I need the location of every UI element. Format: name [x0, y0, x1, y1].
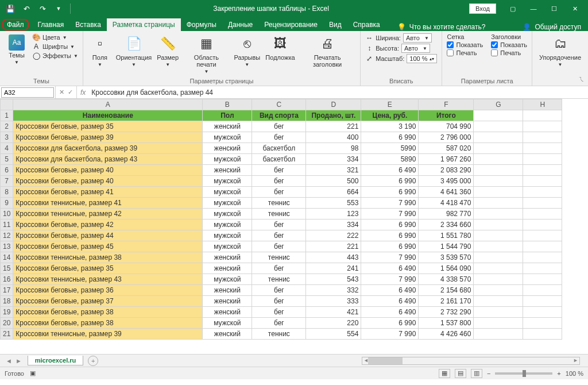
cell[interactable]: 7 990 — [361, 198, 419, 209]
cell[interactable] — [523, 252, 562, 263]
cell[interactable] — [474, 132, 523, 143]
cell[interactable]: 222 — [306, 230, 361, 241]
normal-view-icon[interactable]: ▦ — [439, 369, 450, 378]
row-header[interactable]: 13 — [1, 241, 13, 252]
sheet-tab[interactable]: microexcel.ru — [28, 356, 84, 365]
cell[interactable]: мужской — [203, 241, 252, 252]
cell[interactable]: 500 — [306, 176, 361, 187]
cell[interactable]: женский — [203, 329, 252, 340]
add-sheet-button[interactable]: + — [88, 356, 98, 366]
tab-file[interactable]: Файл — [2, 19, 29, 30]
cell[interactable]: бег — [252, 230, 306, 241]
cell[interactable]: мужской — [203, 198, 252, 209]
row-header[interactable]: 4 — [1, 143, 13, 154]
cell[interactable]: 321 — [306, 165, 361, 176]
cell[interactable] — [474, 296, 523, 307]
tab-home[interactable]: Главная — [32, 18, 70, 31]
cell[interactable]: 5990 — [361, 143, 419, 154]
cell[interactable] — [474, 307, 523, 318]
col-header[interactable]: E — [361, 99, 419, 110]
table-header-cell[interactable]: Итого — [419, 110, 474, 121]
cell[interactable]: Кроссовки беговые, размер 38 — [13, 318, 203, 329]
cell[interactable]: бег — [252, 165, 306, 176]
select-all-corner[interactable] — [1, 99, 13, 110]
cell[interactable]: мужской — [203, 318, 252, 329]
cell[interactable] — [523, 110, 562, 121]
scale-spinner[interactable]: 100 %▴▾ — [407, 54, 437, 63]
row-header[interactable]: 9 — [1, 198, 13, 209]
cell[interactable]: 1 967 260 — [419, 154, 474, 165]
cell[interactable]: 553 — [306, 198, 361, 209]
zoom-level[interactable]: 100 % — [566, 370, 583, 377]
headings-view-check[interactable]: Показать — [491, 41, 527, 48]
cell[interactable] — [523, 143, 562, 154]
cell[interactable]: 123 — [306, 209, 361, 220]
cell[interactable]: 334 — [306, 220, 361, 230]
cell[interactable] — [474, 329, 523, 340]
share-button[interactable]: 👤Общий доступ — [523, 23, 586, 31]
cell[interactable]: 3 190 — [361, 121, 419, 132]
cell[interactable]: мужской — [203, 209, 252, 220]
cell[interactable] — [523, 329, 562, 340]
col-header[interactable]: B — [203, 99, 252, 110]
cell[interactable]: 704 990 — [419, 121, 474, 132]
height-select[interactable]: Авто▼ — [401, 44, 430, 53]
cell[interactable] — [523, 307, 562, 318]
row-header[interactable]: 2 — [1, 121, 13, 132]
cell[interactable]: мужской — [203, 176, 252, 187]
row-header[interactable]: 12 — [1, 230, 13, 241]
cell[interactable]: теннис — [252, 274, 306, 285]
row-header[interactable]: 15 — [1, 263, 13, 274]
cell[interactable]: 6 490 — [361, 296, 419, 307]
col-header[interactable]: F — [419, 99, 474, 110]
cell[interactable]: женский — [203, 143, 252, 154]
tab-insert[interactable]: Вставка — [69, 18, 107, 31]
row-header[interactable]: 11 — [1, 220, 13, 230]
cell[interactable]: 587 020 — [419, 143, 474, 154]
cell[interactable] — [474, 143, 523, 154]
cell[interactable]: бег — [252, 307, 306, 318]
table-header-cell[interactable]: Вид спорта — [252, 110, 306, 121]
tab-page-layout[interactable]: Разметка страницы — [107, 18, 181, 31]
cell[interactable]: женский — [203, 285, 252, 296]
row-header[interactable]: 10 — [1, 209, 13, 220]
name-box[interactable] — [1, 87, 54, 98]
cell[interactable]: 6 990 — [361, 176, 419, 187]
row-header[interactable]: 20 — [1, 318, 13, 329]
cell[interactable]: Кроссовки беговые, размер 40 — [13, 176, 203, 187]
macro-record-icon[interactable]: ▣ — [30, 369, 36, 377]
cell[interactable]: мужской — [203, 154, 252, 165]
cell[interactable]: Кроссовки теннисные, размер 41 — [13, 198, 203, 209]
cell[interactable]: Кроссовки беговые, размер 42 — [13, 220, 203, 230]
cell[interactable] — [523, 209, 562, 220]
cell[interactable]: 333 — [306, 296, 361, 307]
cell[interactable] — [523, 263, 562, 274]
cell[interactable]: Кроссовки для баскетбола, размер 39 — [13, 143, 203, 154]
cell[interactable]: 6 990 — [361, 220, 419, 230]
arrange-button[interactable]: 🗂Упорядочение▼ — [537, 33, 583, 76]
cell[interactable]: бег — [252, 176, 306, 187]
row-header[interactable]: 16 — [1, 274, 13, 285]
cell[interactable]: Кроссовки беговые, размер 35 — [13, 121, 203, 132]
cell[interactable]: 2 334 660 — [419, 220, 474, 230]
cell[interactable]: 400 — [306, 132, 361, 143]
cell[interactable] — [474, 241, 523, 252]
cancel-formula-icon[interactable]: ✕ — [59, 88, 64, 96]
cell[interactable] — [474, 198, 523, 209]
col-header[interactable]: H — [523, 99, 562, 110]
cell[interactable] — [523, 285, 562, 296]
cell[interactable] — [523, 176, 562, 187]
login-button[interactable]: Вход — [469, 3, 496, 14]
close-icon[interactable]: ✕ — [565, 2, 585, 16]
cell[interactable]: бег — [252, 187, 306, 198]
row-header[interactable]: 6 — [1, 165, 13, 176]
cell[interactable]: 6 490 — [361, 285, 419, 296]
cell[interactable]: 7 990 — [361, 209, 419, 220]
cell[interactable] — [523, 220, 562, 230]
cell[interactable]: 221 — [306, 241, 361, 252]
themes-button[interactable]: Aa Темы▼ — [5, 33, 29, 76]
size-button[interactable]: 📏Размер▼ — [156, 33, 180, 76]
row-header[interactable]: 5 — [1, 154, 13, 165]
cell[interactable] — [523, 187, 562, 198]
cell[interactable] — [523, 241, 562, 252]
